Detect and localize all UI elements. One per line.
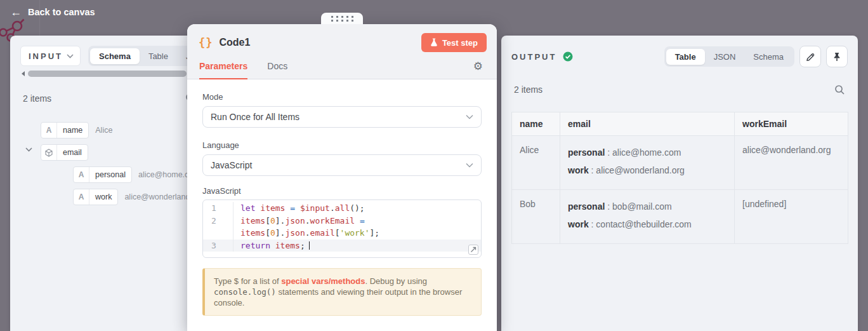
tab-docs[interactable]: Docs — [267, 61, 287, 79]
schema-row-personal: Apersonalalice@home.com — [10, 166, 216, 183]
cell-workEmail: alice@wonderland.org — [735, 136, 848, 190]
canvas-edge-line — [39, 0, 40, 37]
column-header-email: email — [560, 112, 735, 136]
code-line[interactable]: 2items[0].json.workEmail = — [203, 215, 481, 227]
language-label: Language — [202, 140, 482, 150]
output-panel-title: OUTPUT — [511, 52, 556, 62]
flask-icon — [430, 38, 438, 47]
cell-workEmail: [undefined] — [735, 190, 848, 244]
hint-text-mid: . Debug by using — [365, 276, 427, 286]
input-panel: INPUT SchemaTableJSON 2 items AnameAlice… — [10, 36, 216, 331]
mode-value: Run Once for All Items — [211, 112, 299, 122]
output-panel: OUTPUT TableJSONSchema 2 items nameemail… — [501, 36, 858, 331]
chevron-down-icon — [466, 114, 473, 119]
node-settings-gear-icon[interactable]: ⚙ — [473, 61, 483, 72]
cell-email: personal : alice@home.comwork : alice@wo… — [560, 136, 735, 190]
input-horizontal-scrollbar[interactable] — [22, 70, 206, 78]
scrollbar-thumb[interactable] — [28, 71, 187, 77]
output-tab-schema[interactable]: Schema — [744, 49, 792, 65]
modal-drag-handle[interactable] — [321, 13, 363, 24]
output-items-count: 2 items — [514, 84, 542, 95]
table-row[interactable]: Alicepersonal : alice@home.comwork : ali… — [512, 136, 848, 190]
pencil-icon — [806, 52, 815, 62]
code-line[interactable]: 3return items; — [203, 240, 481, 252]
schema-key-pill[interactable]: Awork — [73, 189, 118, 205]
node-detail-modal: {} Code1 Test step Parameters Docs ⚙ Mod… — [187, 24, 497, 331]
drag-dots-icon — [331, 16, 353, 22]
scroll-left-arrow-icon[interactable] — [22, 71, 25, 76]
chevron-down-icon — [466, 163, 473, 168]
line-number: 2 — [203, 215, 233, 227]
input-items-count: 2 items — [23, 93, 51, 104]
test-step-button[interactable]: Test step — [421, 33, 487, 52]
schema-key-label: work — [89, 193, 117, 201]
schema-row-email: email — [10, 144, 216, 161]
code-node-icon: {} — [199, 36, 213, 49]
success-check-icon — [563, 51, 573, 62]
input-panel-title: INPUT — [29, 51, 63, 61]
line-number — [203, 227, 233, 240]
mode-label: Mode — [202, 92, 482, 102]
schema-key-pill[interactable]: Aname — [41, 122, 89, 138]
input-tab-table[interactable]: Table — [140, 48, 177, 64]
line-number: 1 — [203, 202, 233, 215]
schema-row-name: AnameAlice — [10, 122, 216, 138]
back-to-canvas-label: Back to canvas — [28, 7, 95, 17]
string-type-icon: A — [74, 189, 89, 205]
string-type-icon: A — [74, 167, 89, 182]
chevron-down-icon — [67, 54, 74, 58]
hint-code: console.log() — [214, 287, 276, 297]
test-step-label: Test step — [442, 38, 478, 48]
output-tab-table[interactable]: Table — [666, 49, 705, 65]
column-header-name: name — [512, 112, 560, 136]
special-vars-link[interactable]: special vars/methods — [281, 276, 365, 286]
code-editor[interactable]: 1let items = $input.all();2items[0].json… — [202, 199, 482, 258]
editor-hint-box: Type $ for a list of special vars/method… — [202, 268, 482, 316]
modal-header: {} Code1 Test step Parameters Docs ⚙ — [187, 24, 497, 79]
schema-key-pill[interactable]: email — [41, 144, 88, 161]
schema-key-label: personal — [89, 170, 131, 179]
output-table: nameemailworkEmail Alicepersonal : alice… — [511, 112, 848, 244]
output-tab-json[interactable]: JSON — [705, 49, 745, 65]
schema-key-pill[interactable]: Apersonal — [73, 166, 132, 183]
input-tab-schema[interactable]: Schema — [90, 48, 140, 64]
editor-label: JavaScript — [202, 186, 482, 196]
input-schema-tree: AnameAliceemailApersonalalice@home.comAw… — [10, 122, 216, 205]
back-to-canvas-button[interactable]: ← Back to canvas — [10, 6, 95, 18]
line-number: 3 — [203, 240, 233, 252]
mode-select[interactable]: Run Once for All Items — [202, 106, 482, 128]
schema-key-label: email — [57, 148, 88, 157]
schema-key-label: name — [57, 126, 88, 135]
pin-data-button[interactable] — [826, 46, 848, 67]
collapse-chevron-icon[interactable] — [25, 147, 32, 152]
table-row[interactable]: Bobpersonal : bob@mail.comwork : contact… — [512, 190, 848, 244]
output-view-tabs: TableJSONSchema — [664, 46, 794, 67]
code-line[interactable]: items[0].json.email['work']; — [203, 227, 481, 240]
edit-output-button[interactable] — [799, 46, 821, 67]
expand-editor-button[interactable] — [468, 245, 478, 255]
tab-parameters[interactable]: Parameters — [199, 61, 247, 79]
input-source-selector[interactable]: INPUT — [20, 46, 81, 66]
language-select[interactable]: JavaScript — [202, 154, 482, 176]
node-title: Code1 — [219, 37, 250, 48]
schema-row-work: Aworkalice@wonderland.org — [10, 189, 216, 205]
object-type-icon — [41, 145, 57, 160]
hint-text-pre: Type $ for a list of — [214, 276, 281, 286]
pin-icon — [832, 52, 841, 62]
output-search-icon[interactable] — [834, 84, 845, 95]
language-value: JavaScript — [211, 160, 252, 170]
column-header-workEmail: workEmail — [735, 112, 848, 136]
cell-name: Alice — [512, 136, 560, 190]
code-line[interactable]: 1let items = $input.all(); — [203, 202, 481, 215]
string-type-icon: A — [41, 123, 57, 138]
schema-value: Alice — [95, 126, 112, 135]
text-cursor — [309, 241, 310, 250]
expand-icon — [470, 247, 477, 253]
cell-name: Bob — [512, 190, 560, 244]
back-arrow-icon: ← — [10, 6, 22, 18]
cell-email: personal : bob@mail.comwork : contact@th… — [560, 190, 735, 244]
